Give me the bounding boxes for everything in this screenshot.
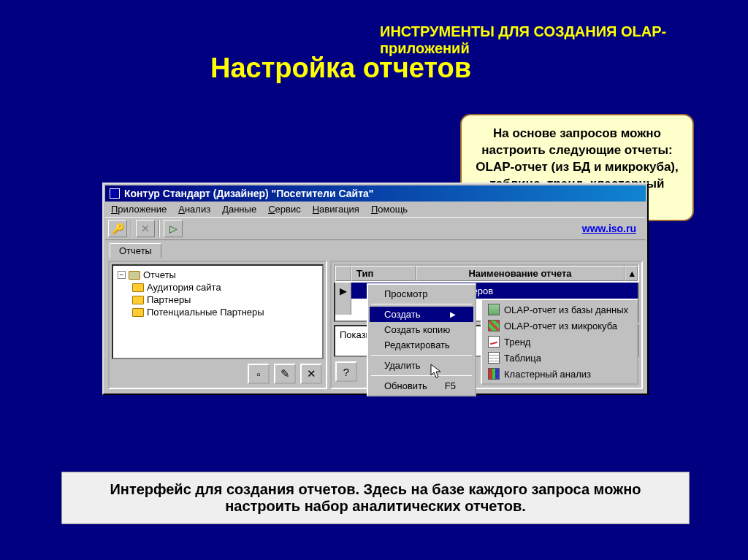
tree-item[interactable]: Аудитория сайта	[118, 281, 318, 294]
sub-trend[interactable]: Тренд	[484, 334, 636, 350]
olap-microcube-icon	[488, 320, 500, 331]
folder-icon	[132, 296, 144, 304]
menu-separator	[371, 375, 472, 376]
tool-run-icon[interactable]: ▷	[164, 220, 183, 237]
cluster-icon	[488, 368, 500, 380]
toolbar-separator	[131, 220, 132, 237]
toolbar: 🔑 ✕ ▷ www.iso.ru	[105, 217, 646, 240]
sub-table[interactable]: Таблица	[484, 350, 636, 366]
tree-item[interactable]: Потенциальные Партнеры	[118, 306, 318, 318]
delete-button[interactable]: ✕	[300, 364, 322, 384]
menu-navigation[interactable]: Навигация	[307, 202, 365, 217]
new-button[interactable]: ▫	[248, 364, 270, 384]
x-icon: ✕	[307, 367, 316, 380]
titlebar[interactable]: Контур Стандарт (Дизайнер) "Посетители С…	[105, 185, 646, 202]
tree-item-label: Аудитория сайта	[147, 282, 221, 293]
sub-olap-microcube[interactable]: OLAP-отчет из микрокуба	[484, 318, 636, 334]
tree-root[interactable]: − Отчеты	[118, 269, 318, 281]
menu-data[interactable]: Данные	[216, 202, 262, 217]
menu-analysis[interactable]: Анализ	[172, 202, 216, 217]
new-page-icon: ▫	[256, 368, 260, 380]
report-tree[interactable]: − Отчеты Аудитория сайта Партнеры Потенц…	[112, 264, 324, 359]
website-link[interactable]: www.iso.ru	[582, 223, 636, 234]
window-title: Контур Стандарт (Дизайнер) "Посетители С…	[124, 188, 373, 199]
sub-cluster[interactable]: Кластерный анализ	[484, 366, 636, 382]
tree-item-label: Партнеры	[147, 294, 191, 305]
tab-strip: Отчеты	[105, 240, 646, 258]
trend-icon	[488, 336, 500, 348]
folder-open-icon	[129, 271, 140, 280]
collapse-icon[interactable]: −	[118, 271, 126, 279]
ctx-refresh[interactable]: ОбновитьF5	[370, 378, 473, 394]
menu-app[interactable]: Приложение	[105, 202, 172, 217]
shortcut-label: F5	[445, 380, 456, 391]
tool-key-icon[interactable]: 🔑	[108, 220, 127, 237]
table-icon	[488, 352, 500, 364]
toolbar-separator	[159, 220, 160, 237]
menu-separator	[371, 304, 472, 304]
tab-reports[interactable]: Отчеты	[110, 243, 161, 258]
pencil-icon: ✎	[280, 367, 290, 380]
ctx-copy[interactable]: Создать копию	[370, 322, 473, 337]
folder-icon	[132, 283, 144, 292]
menu-help[interactable]: Помощь	[365, 202, 413, 217]
row-indicator-icon: ▶	[335, 283, 351, 299]
col-name[interactable]: Наименование отчета	[416, 266, 625, 281]
row-indicator	[335, 299, 351, 315]
ctx-delete[interactable]: Удалить	[370, 358, 473, 373]
tree-item[interactable]: Партнеры	[118, 294, 318, 306]
col-type[interactable]: Тип	[351, 266, 416, 281]
tree-panel: − Отчеты Аудитория сайта Партнеры Потенц…	[108, 261, 327, 389]
grid-header: Тип Наименование отчета ▴	[334, 264, 639, 283]
ctx-edit[interactable]: Редактировать	[370, 337, 473, 353]
scroll-up-icon[interactable]: ▴	[625, 266, 638, 281]
properties-button[interactable]: ?	[335, 361, 357, 382]
sub-olap-db[interactable]: OLAP-отчет из базы данных	[484, 302, 636, 318]
ctx-view[interactable]: Просмотр	[370, 286, 473, 302]
submenu-arrow-icon: ▶	[450, 310, 456, 318]
tool-delete-icon[interactable]: ✕	[136, 220, 155, 237]
menu-service[interactable]: Сервис	[262, 202, 307, 217]
olap-db-icon	[488, 304, 500, 315]
create-submenu: OLAP-отчет из базы данных OLAP-отчет из …	[481, 299, 638, 385]
ctx-create[interactable]: Создать▶	[370, 307, 473, 322]
slide-title: Настройка отчетов	[210, 53, 471, 84]
tree-root-label: Отчеты	[143, 269, 176, 280]
info-icon: ?	[343, 366, 349, 378]
app-icon	[110, 188, 120, 199]
tree-item-label: Потенциальные Партнеры	[147, 307, 264, 318]
grid-corner	[335, 266, 351, 281]
context-menu: Просмотр Создать▶ Создать копию Редактир…	[367, 283, 476, 396]
edit-button[interactable]: ✎	[274, 364, 296, 384]
menu-separator	[371, 355, 472, 356]
menubar: Приложение Анализ Данные Сервис Навигаци…	[105, 202, 646, 217]
folder-icon	[132, 308, 144, 317]
slide-caption: Интерфейс для создания отчетов. Здесь на…	[61, 472, 690, 524]
